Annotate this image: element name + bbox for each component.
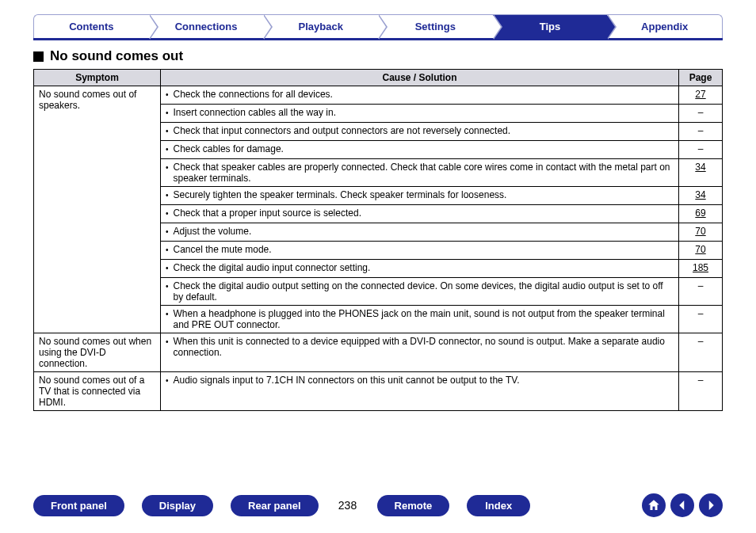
page-cell[interactable]: 70 (679, 223, 723, 242)
cause-cell: When this unit is connected to a device … (161, 333, 679, 372)
home-icon[interactable] (642, 493, 666, 517)
cause-text: Adjust the volume. (166, 226, 674, 238)
tab-settings[interactable]: Settings (378, 14, 493, 38)
remote-button[interactable]: Remote (377, 495, 450, 516)
section-title-text: No sound comes out (50, 48, 183, 64)
cause-text: Insert connection cables all the way in. (166, 107, 674, 120)
page-cell[interactable]: 70 (679, 242, 723, 260)
page-dash: – (684, 336, 717, 347)
cause-cell: When a headphone is plugged into the PHO… (161, 306, 679, 333)
page-dash: – (684, 107, 717, 118)
cause-text: Check that a proper input source is sele… (166, 207, 674, 220)
cause-text: Check the digital audio input connector … (166, 262, 674, 275)
page-cell: – (679, 306, 723, 333)
cause-text: Check the digital audio output setting o… (166, 280, 674, 303)
cause-text: Cancel the mute mode. (166, 244, 674, 257)
page-cell: – (679, 105, 723, 123)
cause-text: Check that input connectors and output c… (166, 125, 674, 138)
page-cell[interactable]: 34 (679, 159, 723, 187)
page-dash: – (684, 125, 717, 136)
table-row: No sound comes out when using the DVI-D … (34, 333, 723, 372)
th-page: Page (679, 70, 723, 86)
cause-text: Check cables for damage. (166, 143, 674, 156)
cause-cell: Check the digital audio input connector … (161, 260, 679, 278)
tab-connections[interactable]: Connections (149, 14, 264, 38)
page-cell[interactable]: 185 (679, 260, 723, 278)
symptom-cell: No sound comes out when using the DVI-D … (34, 333, 161, 372)
page-dash: – (684, 308, 717, 319)
page-link[interactable]: 185 (684, 262, 717, 273)
nav-icon-group (642, 493, 723, 517)
page-cell[interactable]: 34 (679, 187, 723, 205)
cause-cell: Check the digital audio output setting o… (161, 278, 679, 306)
square-bullet-icon (33, 51, 44, 62)
cause-cell: Check that input connectors and output c… (161, 123, 679, 141)
page-cell: – (679, 372, 723, 411)
table-row: No sound comes out of speakers.Check the… (34, 86, 723, 105)
page-link[interactable]: 27 (684, 89, 717, 100)
cause-cell: Cancel the mute mode. (161, 242, 679, 260)
symptom-cell: No sound comes out of a TV that is conne… (34, 372, 161, 411)
cause-text: Audio signals input to 7.1CH IN connecto… (166, 375, 674, 387)
page-dash: – (684, 143, 717, 154)
cause-text: Check the connections for all devices. (166, 89, 674, 101)
troubleshoot-table: Symptom Cause / Solution Page No sound c… (33, 69, 723, 411)
page-cell[interactable]: 69 (679, 205, 723, 223)
page-cell: – (679, 141, 723, 159)
bottom-nav: Front panel Display Rear panel 238 Remot… (0, 493, 756, 517)
cause-cell: Check cables for damage. (161, 141, 679, 159)
th-symptom: Symptom (34, 70, 161, 86)
page-link[interactable]: 69 (684, 207, 717, 219)
page-dash: – (684, 280, 717, 291)
cause-text: Securely tighten the speaker terminals. … (166, 189, 674, 202)
cause-text: Check that speaker cables are properly c… (166, 162, 674, 184)
page-link[interactable]: 34 (684, 162, 717, 173)
cause-cell: Securely tighten the speaker terminals. … (161, 187, 679, 205)
cause-cell: Check the connections for all devices. (161, 86, 679, 105)
next-page-icon[interactable] (699, 493, 723, 517)
page-number: 238 (336, 499, 360, 512)
rear-panel-button[interactable]: Rear panel (231, 495, 318, 516)
page-link[interactable]: 34 (684, 189, 717, 200)
display-button[interactable]: Display (142, 495, 213, 516)
page-link[interactable]: 70 (684, 226, 717, 237)
cause-cell: Check that speaker cables are properly c… (161, 159, 679, 187)
tab-appendix[interactable]: Appendix (607, 14, 723, 38)
front-panel-button[interactable]: Front panel (33, 495, 124, 516)
th-cause: Cause / Solution (161, 70, 679, 86)
tab-contents[interactable]: Contents (33, 14, 149, 38)
cause-cell: Check that a proper input source is sele… (161, 205, 679, 223)
cause-cell: Insert connection cables all the way in. (161, 105, 679, 123)
page-cell: – (679, 333, 723, 372)
page-cell: – (679, 123, 723, 141)
cause-text: When this unit is connected to a device … (166, 336, 674, 358)
page-dash: – (684, 375, 717, 386)
table-row: No sound comes out of a TV that is conne… (34, 372, 723, 411)
section-title: No sound comes out (33, 48, 723, 64)
cause-cell: Adjust the volume. (161, 223, 679, 242)
prev-page-icon[interactable] (670, 493, 694, 517)
tab-playback[interactable]: Playback (263, 14, 378, 38)
page-cell[interactable]: 27 (679, 86, 723, 105)
cause-cell: Audio signals input to 7.1CH IN connecto… (161, 372, 679, 411)
cause-text: When a headphone is plugged into the PHO… (166, 308, 674, 330)
symptom-cell: No sound comes out of speakers. (34, 86, 161, 333)
nav-tabs: Contents Connections Playback Settings T… (33, 14, 723, 40)
page-cell: – (679, 278, 723, 306)
page-link[interactable]: 70 (684, 244, 717, 255)
index-button[interactable]: Index (467, 495, 530, 516)
tab-tips[interactable]: Tips (493, 14, 608, 38)
